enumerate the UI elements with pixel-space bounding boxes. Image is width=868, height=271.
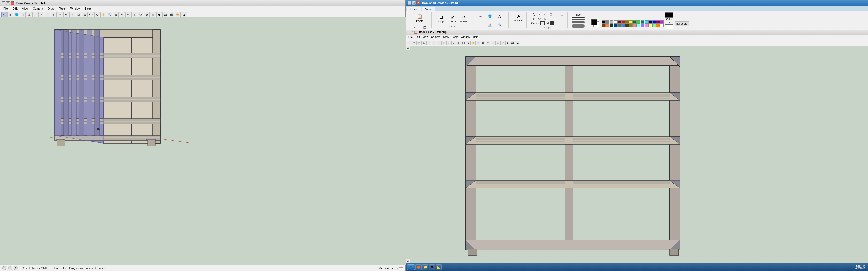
nested-pencil-btn[interactable]: ✏ <box>412 40 417 45</box>
swatch-gray[interactable] <box>606 21 610 24</box>
menu-view[interactable]: View <box>20 6 30 10</box>
swatch-red[interactable] <box>621 21 625 24</box>
swatch-yellow[interactable] <box>629 21 633 24</box>
menu-help[interactable]: Help <box>83 6 93 10</box>
nested-offset-btn[interactable]: ⊡ <box>451 40 456 45</box>
brushes-button[interactable]: 🖌 Brushes <box>513 12 524 23</box>
swatch-brown[interactable] <box>602 24 606 27</box>
color-picker-button[interactable]: 🔬 <box>485 21 494 28</box>
color1-edit-button[interactable] <box>665 12 673 18</box>
maximize-button[interactable]: □ <box>6 1 10 5</box>
swatch-darkteal[interactable] <box>610 24 613 27</box>
shape-triangle-button[interactable]: △ <box>560 12 565 16</box>
nested-select-btn[interactable]: ↖ <box>407 40 412 45</box>
nested-component-btn[interactable]: ◈ <box>495 40 500 45</box>
sketchup-canvas[interactable] <box>0 17 406 265</box>
outline-selector[interactable] <box>540 21 545 25</box>
nested-eraser-btn[interactable]: ◻ <box>417 40 422 45</box>
eraser-tool-button[interactable]: ◻ <box>475 21 485 28</box>
menu-file[interactable]: File <box>1 6 10 10</box>
swatch-purple[interactable] <box>656 21 660 24</box>
shape-hex-button[interactable]: ⬡ <box>543 17 548 21</box>
swatch-white2[interactable] <box>660 24 664 27</box>
taskbar-folder[interactable]: 📁 <box>422 264 428 270</box>
swatch-periwinkle[interactable] <box>641 24 644 27</box>
color2-edit-button[interactable] <box>665 24 673 29</box>
nested-orbit-btn[interactable]: ⊕ <box>466 40 471 45</box>
nested-maximize[interactable]: □ <box>411 31 414 34</box>
swatch-darkblue[interactable] <box>614 24 617 27</box>
nested-menu-file[interactable]: File <box>407 35 414 39</box>
scroll-down-left[interactable]: ⊕ <box>406 259 410 263</box>
nested-circle-btn[interactable]: ○ <box>427 40 431 45</box>
nested-menu-edit[interactable]: Edit <box>414 35 421 39</box>
menu-draw[interactable]: Draw <box>45 6 56 10</box>
nested-solid-btn[interactable]: ◉ <box>505 40 510 45</box>
color1-selector[interactable] <box>591 19 597 25</box>
shape-diamond-button[interactable]: ◇ <box>531 17 536 21</box>
shape-rrect-button[interactable]: ▢ <box>549 12 554 16</box>
nested-rotate-btn[interactable]: ↺ <box>441 40 446 45</box>
menu-edit[interactable]: Edit <box>10 6 20 10</box>
swatch-darkyellow[interactable] <box>629 24 633 27</box>
magnifier-button[interactable]: 🔍 <box>495 21 504 28</box>
swatch-silver[interactable] <box>610 21 613 24</box>
nested-pan-btn[interactable]: ✋ <box>471 40 475 45</box>
minimize-button[interactable]: ─ <box>2 1 5 5</box>
start-button[interactable]: ⊞ <box>407 264 415 270</box>
nested-menu-camera[interactable]: Camera <box>430 35 442 39</box>
rotate-image-button[interactable]: ↺ Rotate <box>459 13 469 24</box>
pencil-tool-button[interactable]: ✏ <box>475 12 485 20</box>
nested-dim-btn[interactable]: ⟷ <box>461 40 466 45</box>
swatch-orange[interactable] <box>606 24 610 27</box>
paste-button[interactable]: 📋 Paste <box>413 12 426 23</box>
close-button[interactable]: ✕ <box>10 1 14 5</box>
shape-diagonal-button[interactable]: ╲ <box>531 12 536 16</box>
swatch-white[interactable] <box>614 21 617 24</box>
swatch-lightyellow[interactable] <box>648 24 652 27</box>
swatch-navy[interactable] <box>648 21 652 24</box>
size-thick-button[interactable] <box>572 21 585 24</box>
swatch-lime[interactable] <box>637 21 641 24</box>
size-thin-button[interactable] <box>572 17 585 18</box>
nested-sketchup-canvas[interactable]: ⊕ ⊕ <box>406 46 868 263</box>
resize-button[interactable]: ⤢ Resize <box>447 13 458 24</box>
shape-arrow-button[interactable]: → <box>537 12 542 16</box>
text-tool-button[interactable]: A <box>495 12 504 20</box>
edit-colors-button[interactable]: Edit colors <box>675 22 689 26</box>
nested-pushpull-btn[interactable]: ↕ <box>432 40 436 45</box>
nested-menu-draw[interactable]: Draw <box>442 35 450 39</box>
nested-group-btn[interactable]: ⬡ <box>500 40 505 45</box>
swatch-lightcyan[interactable] <box>637 24 641 27</box>
swatch-black[interactable] <box>602 21 606 24</box>
shape-pentagon-button[interactable]: ⬠ <box>537 17 542 21</box>
swatch-darkolive[interactable] <box>625 24 629 27</box>
scroll-up-left[interactable]: ⊕ <box>406 46 410 50</box>
nested-zoom-btn[interactable]: 🔍 <box>476 40 480 45</box>
taskbar-firefox[interactable]: 🦊 <box>415 264 422 270</box>
nested-rect-btn[interactable]: □ <box>422 40 427 45</box>
shape-heart-button[interactable]: ♡ <box>549 17 554 21</box>
swatch-maroon[interactable] <box>617 21 621 24</box>
shape-ellipse-button[interactable]: ○ <box>554 12 559 16</box>
taskbar-sketchup[interactable]: 📐 <box>436 264 442 270</box>
swatch-aqua[interactable] <box>645 21 648 24</box>
fill-selector[interactable] <box>550 21 554 25</box>
nested-menu-tools[interactable]: Tools <box>451 35 459 39</box>
measurements-input[interactable] <box>399 267 403 269</box>
nested-redo-btn[interactable]: ↪ <box>491 40 495 45</box>
size-medium-button[interactable] <box>572 19 585 21</box>
swatch-fuchsia[interactable] <box>660 21 664 24</box>
nested-move-btn[interactable]: ✢ <box>437 40 441 45</box>
crop-button[interactable]: ⊡ Crop <box>436 13 446 24</box>
nested-close[interactable]: ✕ <box>414 31 417 34</box>
swatch-teal[interactable] <box>641 21 644 24</box>
nested-menu-view[interactable]: View <box>421 35 430 39</box>
size-thickest-button[interactable] <box>572 24 585 28</box>
swatch-darkorange[interactable] <box>656 24 660 27</box>
nested-tape-btn[interactable]: ⊞ <box>456 40 461 45</box>
swatch-green[interactable] <box>633 21 637 24</box>
menu-camera[interactable]: Camera <box>31 6 45 10</box>
taskbar-settings[interactable]: ⚙ <box>429 264 435 270</box>
tab-home[interactable]: Home <box>407 7 421 11</box>
